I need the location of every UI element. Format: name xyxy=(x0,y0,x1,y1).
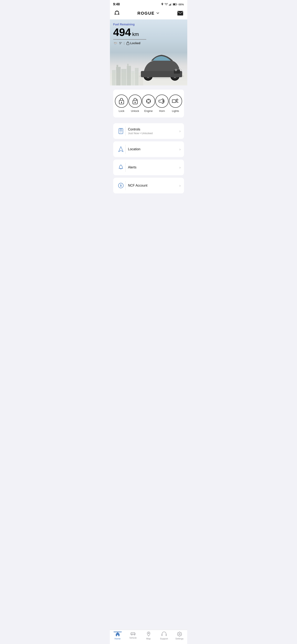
horn-label: Horn xyxy=(159,110,165,112)
controls-menu-icon xyxy=(118,128,124,134)
car-image xyxy=(135,44,187,86)
svg-rect-1 xyxy=(170,4,170,6)
signal-icon xyxy=(169,3,172,6)
vehicle-name: ROGUE xyxy=(137,11,154,16)
unlock-button[interactable] xyxy=(128,94,142,108)
lock-status-text: Locked xyxy=(130,42,140,45)
svg-line-54 xyxy=(176,99,178,100)
svg-rect-13 xyxy=(114,43,117,44)
alerts-menu-item[interactable]: Alerts › xyxy=(113,160,184,175)
svg-rect-25 xyxy=(131,71,134,86)
svg-rect-19 xyxy=(112,70,116,86)
svg-rect-21 xyxy=(117,65,118,67)
svg-point-56 xyxy=(121,129,121,130)
ncf-chevron: › xyxy=(179,184,181,188)
lights-button-group: Lights xyxy=(169,94,182,112)
location-menu-icon xyxy=(118,146,124,152)
lock-label: Lock xyxy=(119,110,124,112)
ncf-menu-title: NCF Account xyxy=(128,184,177,188)
lock-status: Locked xyxy=(126,41,140,45)
fuel-divider xyxy=(113,39,146,40)
svg-rect-36 xyxy=(174,70,180,74)
status-time: 9:48 xyxy=(113,2,120,6)
svg-text:$: $ xyxy=(120,184,122,187)
header: ROGUE xyxy=(110,8,187,20)
weather-status-row: 5° | Locked xyxy=(113,41,184,45)
lights-label: Lights xyxy=(172,110,179,112)
alerts-icon-wrap xyxy=(117,163,126,172)
fuel-value: 494 xyxy=(113,27,131,38)
hero-section: Fuel Remaining 494 km 5° | xyxy=(110,20,187,86)
svg-rect-23 xyxy=(127,66,131,86)
battery-icon xyxy=(173,3,177,6)
unlock-button-group: Unlock xyxy=(128,94,142,112)
svg-rect-8 xyxy=(115,14,115,15)
svg-point-57 xyxy=(121,165,121,165)
engine-button[interactable] xyxy=(142,94,155,108)
controls-section: Lock Unlock xyxy=(110,86,187,122)
ncf-account-menu-item[interactable]: $ NCF Account › xyxy=(113,178,184,194)
fuel-label: Fuel Remaining xyxy=(113,23,184,26)
battery-percentage: 66% xyxy=(178,3,184,6)
mail-button[interactable] xyxy=(177,10,184,17)
alerts-chevron: › xyxy=(179,165,181,170)
location-menu-text: Location xyxy=(128,148,177,151)
alerts-menu-icon xyxy=(118,164,124,171)
svg-rect-24 xyxy=(127,64,128,66)
svg-rect-5 xyxy=(177,4,177,5)
alerts-menu-title: Alerts xyxy=(128,166,177,169)
location-menu-item[interactable]: Location › xyxy=(113,142,184,157)
engine-icon xyxy=(145,98,152,104)
engine-button-group: Engine xyxy=(142,94,155,112)
lock-icon-small xyxy=(126,41,130,45)
svg-line-53 xyxy=(176,102,178,102)
lock-button[interactable] xyxy=(115,94,128,108)
support-icon[interactable] xyxy=(113,10,121,17)
chevron-down-icon xyxy=(156,11,160,15)
ncf-menu-icon: $ xyxy=(118,183,124,188)
controls-icon-wrap xyxy=(117,126,126,136)
svg-point-39 xyxy=(175,69,177,71)
svg-rect-0 xyxy=(169,5,170,6)
weather-icon xyxy=(113,42,118,45)
controls-menu-item[interactable]: Controls Just Now • Unlocked › xyxy=(113,123,184,139)
lock-icon xyxy=(118,98,125,105)
lights-button[interactable] xyxy=(169,94,182,108)
wifi-icon xyxy=(165,3,168,6)
control-buttons-row: Lock Unlock xyxy=(115,94,182,112)
svg-rect-3 xyxy=(171,3,172,6)
ncf-menu-text: NCF Account xyxy=(128,184,177,188)
svg-rect-22 xyxy=(121,69,126,86)
engine-label: Engine xyxy=(144,110,153,112)
svg-line-15 xyxy=(115,44,115,44)
controls-menu-text: Controls Just Now • Unlocked xyxy=(128,128,177,135)
controls-menu-subtitle: Just Now • Unlocked xyxy=(128,132,177,135)
alerts-menu-text: Alerts xyxy=(128,166,177,169)
ncf-icon-wrap: $ xyxy=(117,181,126,190)
svg-rect-2 xyxy=(170,4,171,6)
controls-card: Lock Unlock xyxy=(113,90,184,118)
location-menu-title: Location xyxy=(128,148,177,151)
unlock-icon xyxy=(132,98,138,105)
location-icon-wrap xyxy=(117,145,126,154)
svg-rect-17 xyxy=(127,43,129,45)
location-icon xyxy=(161,3,164,6)
horn-button[interactable] xyxy=(155,94,169,108)
svg-line-52 xyxy=(176,100,178,100)
svg-rect-6 xyxy=(173,4,176,5)
fuel-unit: km xyxy=(132,31,139,37)
lights-icon xyxy=(172,98,179,104)
temperature: 5° xyxy=(119,42,122,45)
lock-button-group: Lock xyxy=(115,94,128,112)
controls-menu-title: Controls xyxy=(128,128,177,131)
unlock-label: Unlock xyxy=(131,110,139,112)
svg-rect-10 xyxy=(177,11,183,16)
horn-icon xyxy=(158,98,165,104)
location-chevron: › xyxy=(179,147,181,152)
svg-line-14 xyxy=(114,44,115,44)
svg-rect-20 xyxy=(116,67,121,86)
vehicle-name-dropdown[interactable]: ROGUE xyxy=(137,11,159,16)
status-bar: 9:48 66% xyxy=(110,0,187,8)
svg-rect-9 xyxy=(118,14,119,15)
menu-section: Controls Just Now • Unlocked › Location … xyxy=(110,123,187,194)
